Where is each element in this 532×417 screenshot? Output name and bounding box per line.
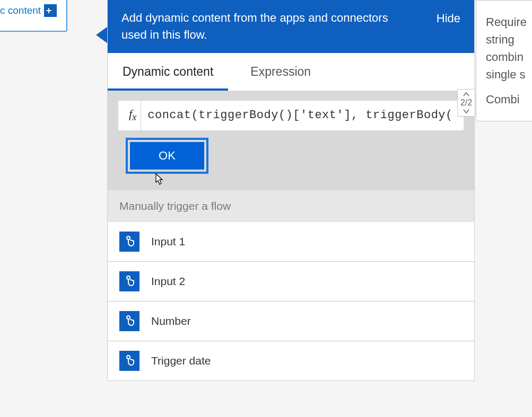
tooltip-line: single s <box>486 66 532 83</box>
expression-area: fx OK <box>108 91 474 190</box>
formula-bar: fx <box>118 101 464 130</box>
touch-icon <box>119 311 139 331</box>
parent-action-card: c content + <box>0 0 67 32</box>
panel-header: Add dynamic content from the apps and co… <box>108 0 474 53</box>
touch-icon <box>119 271 139 291</box>
touch-icon <box>119 232 139 252</box>
match-count-spinner[interactable]: 2/2 <box>457 89 475 117</box>
callout-arrow <box>96 26 108 43</box>
trigger-section-header: Manually trigger a flow <box>108 190 474 222</box>
list-item[interactable]: Trigger date <box>108 341 474 380</box>
dynamic-content-panel: Add dynamic content from the apps and co… <box>107 0 475 381</box>
chevron-up-icon[interactable] <box>463 92 469 97</box>
tab-expression[interactable]: Expression <box>236 53 326 91</box>
tab-dynamic-content[interactable]: Dynamic content <box>108 53 228 91</box>
dynamic-content-list: Input 1 Input 2 Number Trigger date <box>108 222 474 380</box>
add-dynamic-content-button[interactable]: + <box>44 4 57 17</box>
tooltip-line: combin <box>486 48 532 66</box>
list-item[interactable]: Number <box>108 301 474 341</box>
plus-icon: + <box>46 5 52 16</box>
hide-link[interactable]: Hide <box>437 12 460 25</box>
panel-header-text: Add dynamic content from the apps and co… <box>121 10 397 43</box>
chevron-down-icon[interactable] <box>463 109 469 114</box>
expression-input[interactable] <box>147 109 457 122</box>
ok-button-focus-ring: OK <box>126 138 208 174</box>
list-item[interactable]: Input 2 <box>108 262 474 301</box>
dynamic-content-link[interactable]: c content <box>0 5 41 16</box>
list-item-label: Number <box>151 315 191 327</box>
tooltip-line: Combi <box>486 91 532 108</box>
match-count-value: 2/2 <box>460 98 472 108</box>
touch-icon <box>119 351 139 371</box>
fx-icon: fx <box>125 101 141 130</box>
tooltip-line: Require <box>486 13 532 31</box>
ok-button[interactable]: OK <box>130 142 204 170</box>
ok-button-label: OK <box>159 149 176 163</box>
tooltip-line: string <box>486 31 532 48</box>
list-item-label: Input 1 <box>151 235 185 248</box>
tab-bar: Dynamic content Expression <box>108 53 474 91</box>
list-item-label: Trigger date <box>151 354 211 367</box>
list-item-label: Input 2 <box>151 275 185 288</box>
list-item[interactable]: Input 1 <box>108 222 474 262</box>
function-description-tooltip: Require string combin single s Combi <box>476 0 532 121</box>
